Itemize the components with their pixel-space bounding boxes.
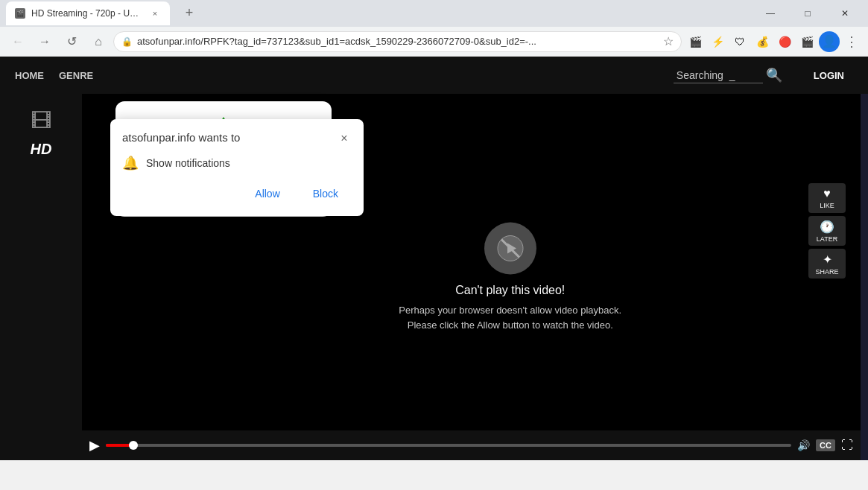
new-tab-button[interactable]: + <box>179 2 200 23</box>
allow-button[interactable]: Allow <box>241 183 293 204</box>
url-text: atsofunpar.info/RPFK?tag_id=737123&sub_i… <box>137 36 659 47</box>
close-window-button[interactable]: ✕ <box>828 2 862 25</box>
volume-icon[interactable]: 🔊 <box>797 439 810 451</box>
later-label: LATER <box>817 235 837 243</box>
search-icon[interactable]: 🔍 <box>766 67 782 83</box>
cant-play-overlay: Can't play this video! Perhaps your brow… <box>384 223 637 332</box>
extension-1[interactable]: 🎬 <box>685 31 706 52</box>
login-button[interactable]: LOGIN <box>805 67 853 84</box>
share-icon: ✦ <box>823 252 832 267</box>
cant-play-desc: Perhaps your browser doesn't allow video… <box>384 303 637 332</box>
progress-bar[interactable] <box>106 444 791 447</box>
page-content: HOME GENRE 🔍 LOGIN 🎞 HD Can't play this … <box>0 57 868 460</box>
search-input[interactable] <box>674 68 763 83</box>
permission-popup: atsofunpar.info wants to × 🔔 Show notifi… <box>110 119 364 216</box>
popup-option: 🔔 Show notifications <box>122 155 352 171</box>
maximize-button[interactable]: □ <box>791 2 825 25</box>
video-controls: ▶ 🔊 CC ⛶ <box>82 430 861 460</box>
no-play-icon <box>484 223 536 275</box>
window-controls: — □ ✕ <box>753 2 862 25</box>
extension-5[interactable]: 🔴 <box>774 31 795 52</box>
popup-close-button[interactable]: × <box>337 131 352 146</box>
like-label: LIKE <box>820 202 834 209</box>
browser-titlebar: 🎬 HD Streaming - 720p - Unlimited × + — … <box>0 0 868 27</box>
later-button[interactable]: 🕐 LATER <box>808 216 846 246</box>
fullscreen-button[interactable]: ⛶ <box>841 439 853 452</box>
lock-icon: 🔒 <box>121 36 133 47</box>
cant-play-title: Can't play this video! <box>384 284 637 297</box>
back-button[interactable]: ← <box>6 30 30 54</box>
browser-menu-button[interactable]: ⋮ <box>841 31 862 52</box>
profile-button[interactable]: 👤 <box>819 31 840 52</box>
minimize-button[interactable]: — <box>753 2 788 25</box>
side-actions: ♥ LIKE 🕐 LATER ✦ SHARE <box>808 183 846 279</box>
extension-4[interactable]: 💰 <box>752 31 773 52</box>
extension-6[interactable]: 🎬 <box>796 31 817 52</box>
extension-3[interactable]: 🛡 <box>729 31 750 52</box>
navigation-bar: ← → ↺ ⌂ 🔒 atsofunpar.info/RPFK?tag_id=73… <box>0 27 868 57</box>
progress-thumb <box>129 441 138 450</box>
forward-button[interactable]: → <box>33 30 57 54</box>
cc-button[interactable]: CC <box>816 439 835 451</box>
site-search: 🔍 <box>674 67 782 83</box>
nav-home[interactable]: HOME <box>15 70 44 81</box>
site-header: HOME GENRE 🔍 LOGIN <box>0 57 868 94</box>
extensions-bar: 🎬 ⚡ 🛡 💰 🔴 🎬 👤 ⋮ <box>685 31 862 52</box>
refresh-button[interactable]: ↺ <box>60 30 83 54</box>
popup-actions: Allow Block <box>122 183 352 204</box>
bookmark-icon[interactable]: ☆ <box>663 34 674 48</box>
option-label: Show notifications <box>146 157 230 169</box>
left-sidebar: 🎞 HD <box>0 94 82 460</box>
tab-close-button[interactable]: × <box>149 7 161 19</box>
tab-favicon: 🎬 <box>15 8 25 19</box>
like-button[interactable]: ♥ LIKE <box>808 183 846 213</box>
block-button[interactable]: Block <box>300 183 352 204</box>
popup-header: atsofunpar.info wants to × <box>122 131 352 146</box>
bell-icon: 🔔 <box>122 155 139 171</box>
play-button[interactable]: ▶ <box>89 437 100 454</box>
share-button[interactable]: ✦ SHARE <box>808 249 846 279</box>
hd-label: HD <box>31 141 52 158</box>
clock-icon: 🕐 <box>820 220 834 234</box>
extension-2[interactable]: ⚡ <box>707 31 728 52</box>
home-button[interactable]: ⌂ <box>86 30 110 54</box>
heart-icon: ♥ <box>823 187 831 200</box>
address-bar[interactable]: 🔒 atsofunpar.info/RPFK?tag_id=737123&sub… <box>113 31 682 52</box>
film-reel-icon: 🎞 <box>31 109 51 133</box>
browser-tab[interactable]: 🎬 HD Streaming - 720p - Unlimited × <box>6 1 170 25</box>
popup-title: atsofunpar.info wants to <box>122 131 240 144</box>
tab-title: HD Streaming - 720p - Unlimited <box>31 8 143 19</box>
share-label: SHARE <box>815 268 838 276</box>
nav-genre[interactable]: GENRE <box>59 70 93 81</box>
